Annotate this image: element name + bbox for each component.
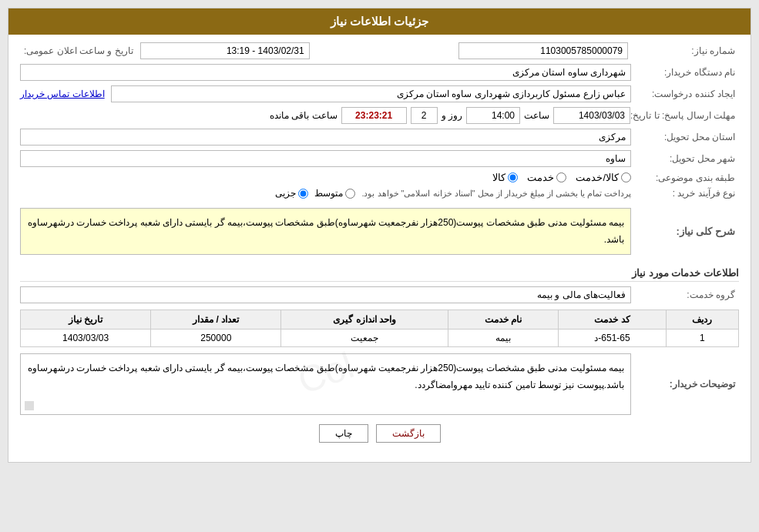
delivery-province-label: استان محل تحويل: <box>631 132 739 142</box>
creator-row: ايجاد كننده درخواست: عباس زارع مسئول كار… <box>20 85 739 102</box>
buyer-notes-text: بیمه مسئولیت مدنی طبق مشخصات پیوست(250هز… <box>28 363 624 390</box>
delivery-city-label: شهر محل تحويل: <box>631 153 739 164</box>
table-header-row: رديف كد خدمت نام خدمت واحد اندازه گيری ت… <box>21 310 739 330</box>
need-number-value: 1103005785000079 <box>458 42 628 59</box>
contact-link[interactable]: اطلاعات تماس خريدار <box>20 89 105 99</box>
services-section-title: اطلاعات خدمات مورد نياز <box>20 267 739 282</box>
table-cell-5: 1403/03/03 <box>21 330 151 347</box>
category-service-label: خدمت <box>527 172 554 183</box>
delivery-province-row: استان محل تحويل: مرکزی <box>20 129 739 146</box>
category-goods-radio[interactable] <box>508 172 518 182</box>
print-button[interactable]: چاپ <box>319 424 368 443</box>
process-group: پرداخت تمام يا بخشی از مبلغ خريدار از مح… <box>275 188 631 199</box>
response-date-row: مهلت ارسال پاسخ: تا تاريخ: 1403/03/03 سا… <box>20 107 739 124</box>
delivery-city-value: ساوه <box>20 150 631 167</box>
service-group-label: گروه خدمت: <box>631 289 739 300</box>
col-header-5: تاريخ نياز <box>21 310 151 330</box>
buyer-org-row: نام دستگاه خريدار: شهرداری ساوه استان مر… <box>20 64 739 81</box>
days-value: 2 <box>411 107 438 124</box>
table-cell-3: جمعیت <box>281 330 448 347</box>
buyer-notes-row: توضيحات خريدار: بیمه مسئولیت مدنی طبق مش… <box>20 353 739 415</box>
col-header-2: نام خدمت <box>448 310 558 330</box>
delivery-city-row: شهر محل تحويل: ساوه <box>20 150 739 167</box>
delivery-province-value: مرکزی <box>20 129 631 146</box>
buttons-row: بازگشت چاپ <box>20 424 739 454</box>
buyer-notes-label: توضيحات خريدار: <box>631 379 739 390</box>
category-radio-group: كالا/خدمت خدمت كالا <box>492 172 631 183</box>
process-partial-label: جزيی <box>275 188 296 199</box>
table-cell-2: بیمه <box>448 330 558 347</box>
buyer-org-value: شهرداری ساوه استان مرکزی <box>20 64 631 81</box>
category-goods-service-item: كالا/خدمت <box>576 172 631 183</box>
service-group-value: فعالیت‌های مالی و بیمه <box>20 286 631 303</box>
col-header-4: تعداد / مقدار <box>151 310 281 330</box>
table-cell-4: 250000 <box>151 330 281 347</box>
buyer-org-label: نام دستگاه خريدار: <box>631 67 739 78</box>
content-area: شماره نياز: 1103005785000079 1403/02/31 … <box>8 35 751 462</box>
response-date-label: مهلت ارسال پاسخ: تا تاريخ: <box>630 110 739 121</box>
date-countdown-group: 1403/03/03 ساعت 14:00 روز و 2 23:23:21 س… <box>270 107 630 124</box>
service-group-row: گروه خدمت: فعالیت‌های مالی و بیمه <box>20 286 739 303</box>
main-date-value: 1403/03/03 <box>553 107 630 124</box>
col-header-3: واحد اندازه گيری <box>281 310 448 330</box>
need-desc-value: بیمه مسئولیت مدنی طبق مشخصات پیوست(250هز… <box>20 208 631 255</box>
creator-value: عباس زارع مسئول كاربردازی شهرداری ساوه ا… <box>111 85 631 102</box>
top-row-1: شماره نياز: 1103005785000079 1403/02/31 … <box>20 42 739 59</box>
category-goods-item: كالا <box>492 172 518 183</box>
process-medium-label: متوسط <box>314 188 343 199</box>
process-partial-item: جزيی <box>275 188 308 199</box>
process-label: نوع فرآيند خريد : <box>631 188 739 199</box>
services-table: رديف كد خدمت نام خدمت واحد اندازه گيری ت… <box>20 309 739 347</box>
need-desc-label: شرح كلی نياز: <box>631 226 739 237</box>
category-row: طبقه بندی موضوعی: كالا/خدمت خدمت كالا <box>20 172 739 183</box>
need-desc-row: شرح كلی نياز: بیمه مسئولیت مدنی طبق مشخص… <box>20 203 739 259</box>
remaining-label: ساعت باقی مانده <box>270 110 338 121</box>
col-header-0: رديف <box>666 310 738 330</box>
col-header-1: كد خدمت <box>559 310 666 330</box>
buyer-notes-box: بیمه مسئولیت مدنی طبق مشخصات پیوست(250هز… <box>20 353 631 415</box>
back-button[interactable]: بازگشت <box>376 424 441 443</box>
days-label: روز و <box>442 110 462 121</box>
process-medium-radio[interactable] <box>345 189 355 199</box>
page-container: جزئيات اطلاعات نياز شماره نياز: 11030057… <box>8 8 751 463</box>
time-value: 14:00 <box>466 107 520 124</box>
category-goods-service-radio[interactable] <box>621 172 631 182</box>
table-row: 1651-65-دبیمهجمعیت2500001403/03/03 <box>21 330 739 347</box>
table-cell-1: 651-65-د <box>559 330 666 347</box>
response-date-value: 1403/02/31 - 13:19 <box>140 42 310 59</box>
table-cell-0: 1 <box>666 330 738 347</box>
time-label: ساعت <box>524 110 549 121</box>
category-goods-service-label: كالا/خدمت <box>576 172 619 183</box>
process-medium-item: متوسط <box>314 188 355 199</box>
need-number-label: شماره نياز: <box>631 45 739 56</box>
category-service-radio[interactable] <box>556 172 566 182</box>
announce-label: تاريخ و ساعت اعلان عمومی: <box>20 45 137 56</box>
header-title: جزئيات اطلاعات نياز <box>331 15 428 28</box>
countdown-value: 23:23:21 <box>341 107 407 124</box>
need-number-group: شماره نياز: 1103005785000079 <box>458 42 739 59</box>
announce-date-group: 1403/02/31 - 13:19 تاريخ و ساعت اعلان عم… <box>20 42 310 59</box>
category-service-item: خدمت <box>527 172 566 183</box>
category-goods-label: كالا <box>492 172 505 183</box>
category-label: طبقه بندی موضوعی: <box>631 172 739 183</box>
process-desc: پرداخت تمام يا بخشی از مبلغ خريدار از مح… <box>361 189 631 199</box>
process-row: نوع فرآيند خريد : پرداخت تمام يا بخشی از… <box>20 188 739 199</box>
process-partial-radio[interactable] <box>298 189 308 199</box>
creator-label: ايجاد كننده درخواست: <box>631 89 739 99</box>
page-header: جزئيات اطلاعات نياز <box>8 8 751 35</box>
